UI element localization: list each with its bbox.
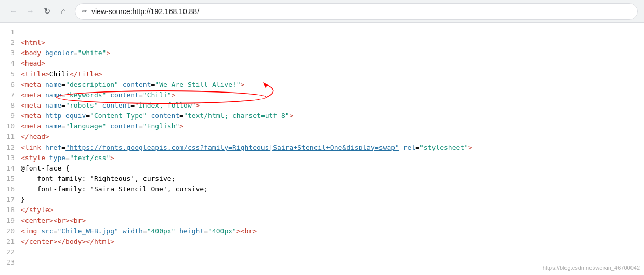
line-number: 2 (0, 37, 21, 48)
nav-buttons: ← → ↻ ⌂ (6, 4, 71, 19)
line-content: <meta name="robots" content="index, foll… (21, 100, 644, 111)
token-plain: Chili (49, 70, 70, 78)
token-attrname: name (45, 101, 61, 109)
token-tag: > (172, 91, 176, 99)
token-plain: = (139, 122, 143, 130)
token-tag: </title> (70, 70, 102, 78)
line-content: <img src="Chile_WEB.jpg" width="400px" h… (21, 226, 644, 237)
token-attrname: rel (403, 143, 415, 151)
line-content: <center><br><br> (21, 216, 644, 226)
line: 3<body bgcolor="white"> (0, 48, 644, 58)
token-attrval: "robots" (65, 101, 98, 109)
line-content: <link href="https://fonts.googleapis.com… (21, 142, 644, 153)
line-number: 7 (0, 90, 21, 100)
token-plain: = (415, 143, 419, 151)
token-attrval: "stylesheet" (419, 143, 468, 151)
forward-button[interactable]: → (23, 4, 37, 19)
line-content: <meta name="language" content="English"> (21, 121, 644, 132)
token-attrval: "400px" (208, 227, 236, 235)
token-plain: = (61, 81, 65, 88)
home-button[interactable]: ⌂ (56, 4, 71, 19)
line: 17} (0, 194, 644, 205)
token-attrname: height (179, 227, 204, 235)
token-plain (41, 49, 45, 57)
line-content: <title>Chili</title> (21, 69, 644, 80)
token-plain: = (61, 101, 65, 109)
token-plain: = (61, 143, 65, 151)
reload-button[interactable]: ↻ (40, 4, 54, 19)
token-tag: <br> (54, 217, 70, 225)
line: 16 font-family: 'Saira Stencil One', cur… (0, 184, 644, 194)
line: 9<meta http-equiv="Content-Type" content… (0, 111, 644, 121)
line-number: 1 (0, 27, 21, 37)
token-plain: font-family: 'Saira Stencil One', cursiv… (21, 185, 208, 193)
token-tag: <meta (21, 112, 41, 120)
token-tag: <meta (21, 122, 41, 130)
token-plain: = (61, 122, 65, 130)
token-plain (41, 101, 45, 109)
line: 11</head> (0, 132, 644, 142)
token-attrname: content (102, 101, 131, 109)
token-plain (98, 101, 102, 109)
line-number: 13 (0, 153, 21, 163)
line: 18</style> (0, 205, 644, 215)
token-plain (41, 91, 45, 99)
address-bar[interactable]: ✏ view-source:http://192.168.10.88/ (75, 3, 638, 20)
token-plain: = (74, 49, 78, 57)
token-plain (399, 143, 403, 151)
line-number: 12 (0, 142, 21, 153)
token-plain (37, 227, 41, 235)
source-view: 12<html>3<body bgcolor="white">4<head>5<… (0, 23, 644, 275)
token-plain (41, 81, 45, 88)
token-tag: </center> (21, 238, 57, 245)
token-tag: > (106, 49, 110, 57)
token-attrval: "index, follow" (135, 101, 195, 109)
line: 13<style type="text/css"> (0, 153, 644, 163)
token-tag: <link (21, 143, 41, 151)
token-tag: <center> (21, 217, 54, 225)
token-attrname: name (45, 81, 61, 88)
line: 10<meta name="language" content="English… (0, 121, 644, 132)
token-attrval: "text/css" (70, 154, 110, 162)
token-attrname: src (41, 227, 53, 235)
line-number: 19 (0, 216, 21, 226)
line: 7<meta name="keywords" content="Chili"> (0, 90, 644, 100)
token-attrname: http-equiv (45, 112, 86, 120)
watermark: https://blog.csdn.net/weixin_46700042 (543, 265, 640, 271)
token-plain (41, 112, 45, 120)
line: 8<meta name="robots" content="index, fol… (0, 100, 644, 111)
token-tag: > (179, 122, 183, 130)
line-number: 16 (0, 184, 21, 194)
token-attrval: "white" (78, 49, 107, 57)
line: 6<meta name="description" content="We Ar… (0, 80, 644, 90)
token-tag: <body (21, 49, 41, 57)
line: 14@font-face { (0, 163, 644, 174)
token-attrval: "description" (65, 81, 119, 88)
back-button[interactable]: ← (6, 4, 21, 19)
line: 22 (0, 247, 644, 257)
token-plain (41, 143, 45, 151)
token-attrname: href (45, 143, 61, 151)
token-tag: <meta (21, 91, 41, 99)
token-plain (45, 154, 49, 162)
token-tag: > (110, 154, 114, 162)
token-plain: = (143, 227, 147, 235)
line-number: 22 (0, 247, 21, 257)
line-content: </head> (21, 132, 644, 142)
line: 20<img src="Chile_WEB.jpg" width="400px"… (0, 226, 644, 237)
token-attrname: content (110, 91, 139, 99)
token-attrname: content (151, 112, 179, 120)
line-number: 11 (0, 132, 21, 142)
token-tag: <br> (241, 227, 257, 235)
line-number: 20 (0, 226, 21, 237)
token-tag: <img (21, 227, 37, 235)
token-tag: </head> (21, 133, 49, 140)
token-attrname: content (123, 81, 151, 88)
token-tag: </html> (86, 238, 114, 245)
line-number: 23 (0, 257, 21, 268)
token-attrval: "English" (143, 122, 179, 130)
line: 2<html> (0, 37, 644, 48)
token-attrval: "language" (65, 122, 106, 130)
line: 19<center><br><br> (0, 216, 644, 226)
line: 15 font-family: 'Righteous', cursive; (0, 174, 644, 184)
